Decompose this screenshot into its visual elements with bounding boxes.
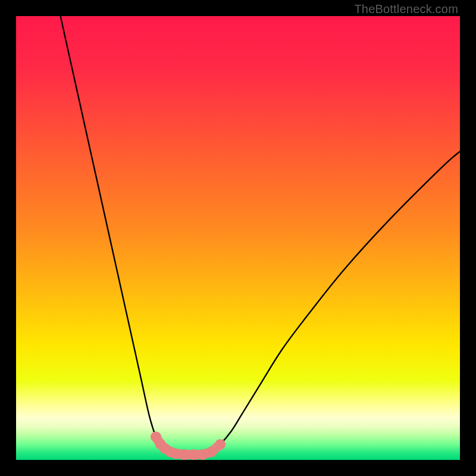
marker-dot <box>206 447 217 458</box>
right-curve <box>202 152 460 455</box>
curve-layer <box>16 16 460 460</box>
outer-frame: TheBottleneck.com <box>0 0 476 476</box>
left-curve <box>61 16 185 455</box>
watermark-text: TheBottleneck.com <box>354 2 458 16</box>
valley-markers <box>151 431 226 460</box>
plot-area <box>16 16 460 460</box>
marker-dot <box>215 439 226 450</box>
